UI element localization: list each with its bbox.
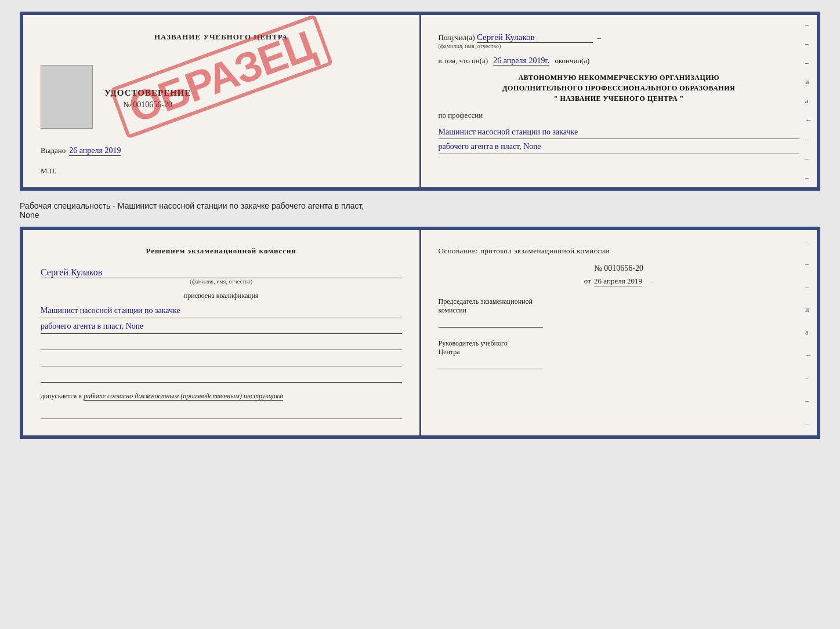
- avtonomnuyu-line2: ДОПОЛНИТЕЛЬНОГО ПРОФЕССИОНАЛЬНОГО ОБРАЗО…: [439, 83, 800, 93]
- prisvoyena-text: присвоена квалификация: [41, 292, 402, 300]
- qual-line2: рабочего агента в пласт, None: [41, 319, 402, 334]
- rukovoditel-block: Руководитель учебного Центра: [439, 339, 800, 369]
- underline-3: [41, 371, 402, 383]
- dopuskaetsya-block: допускается к работе согласно должностны…: [41, 392, 402, 401]
- familiya-hint: (фамилия, имя, отчество): [439, 43, 800, 49]
- okonchil-text: окончил(а): [555, 56, 589, 65]
- predsedatel-line2: комиссии: [439, 306, 800, 315]
- bottom-certificate: Решением экзаменационной комиссии Сергей…: [20, 227, 820, 439]
- avtonomnuyu-line1: АВТОНОМНУЮ НЕКОММЕРЧЕСКУЮ ОРГАНИЗАЦИЮ: [439, 72, 800, 83]
- info-line1: Рабочая специальность - Машинист насосно…: [20, 201, 820, 210]
- qual-line1: Машинист насосной станции по закачке: [41, 304, 402, 318]
- protokol-num: № 0010656-20: [439, 264, 800, 273]
- vtom-date: 26 апреля 2019г.: [493, 56, 549, 66]
- komissia-header: Решением экзаменационной комиссии: [41, 246, 402, 256]
- bottom-familiya-hint: (фамилия, имя, отчество): [41, 278, 402, 285]
- rukovoditel-line2: Центра: [439, 348, 800, 357]
- po-professii-text: по профессии: [439, 111, 483, 119]
- predsedatel-line1: Председатель экзаменационной: [439, 297, 800, 306]
- info-text-block: Рабочая специальность - Машинист насосно…: [20, 201, 820, 220]
- dopuskaetsya-prefix: допускается к: [41, 392, 82, 400]
- osnovanie-header: Основание: протокол экзаменационной коми…: [439, 246, 800, 256]
- underline-4: [41, 408, 402, 419]
- right-dashes: – – – и а ← – – –: [805, 15, 812, 187]
- center-name: " НАЗВАНИЕ УЧЕБНОГО ЦЕНТРА ": [439, 93, 800, 104]
- predsedatel-block: Председатель экзаменационной комиссии: [439, 297, 800, 328]
- poluchil-prefix: Получил(а): [439, 33, 475, 42]
- vydano-date: 26 апреля 2019: [69, 146, 121, 156]
- protokol-date: от 26 апреля 2019 –: [439, 277, 800, 286]
- profession-line2: рабочего агента в пласт, None: [439, 140, 800, 154]
- info-line2: None: [20, 210, 820, 220]
- udostoverenie-block: УДОСТОВЕРЕНИЕ № 0010656-20: [104, 88, 191, 110]
- vydano-line: Выдано 26 апреля 2019: [41, 146, 402, 156]
- udostoverenie-label: УДОСТОВЕРЕНИЕ: [104, 88, 191, 98]
- dopuskaetsya-text: работе согласно должностным (производств…: [84, 392, 283, 401]
- vydano-prefix: Выдано: [41, 146, 66, 155]
- rukovoditel-signature-line: [439, 359, 543, 369]
- underline-2: [41, 355, 402, 366]
- poluchil-row: Получил(а) Сергей Кулаков – (фамилия, им…: [439, 32, 800, 49]
- mp-label: М.П.: [41, 166, 402, 176]
- vtom-prefix: в том, что он(а): [439, 56, 488, 65]
- protokol-date-value: 26 апреля 2019: [594, 277, 642, 286]
- top-cert-right: Получил(а) Сергей Кулаков – (фамилия, им…: [421, 15, 817, 187]
- bottom-right-dashes: – – – и а ← – – –: [805, 230, 812, 435]
- top-cert-left: НАЗВАНИЕ УЧЕБНОГО ЦЕНТРА ОБРАЗЕЦ УДОСТОВ…: [23, 15, 421, 187]
- rukovoditel-line1: Руководитель учебного: [439, 339, 800, 348]
- photo-placeholder: [41, 65, 93, 129]
- top-certificate: НАЗВАНИЕ УЧЕБНОГО ЦЕНТРА ОБРАЗЕЦ УДОСТОВ…: [20, 12, 820, 191]
- udostoverenie-num: № 0010656-20: [104, 100, 191, 110]
- vtom-row: в том, что он(а) 26 апреля 2019г. окончи…: [439, 56, 800, 66]
- predsedatel-signature-line: [439, 317, 543, 328]
- top-cert-header: НАЗВАНИЕ УЧЕБНОГО ЦЕНТРА: [41, 32, 402, 42]
- protokol-date-prefix: от: [584, 277, 591, 285]
- bottom-cert-left: Решением экзаменационной комиссии Сергей…: [23, 230, 421, 435]
- underline-1: [41, 339, 402, 350]
- avtonomnuyu-block: АВТОНОМНУЮ НЕКОММЕРЧЕСКУЮ ОРГАНИЗАЦИЮ ДО…: [439, 72, 800, 104]
- poluchil-name: Сергей Кулаков: [477, 32, 593, 43]
- bottom-name: Сергей Кулаков: [41, 267, 402, 278]
- bottom-cert-right: Основание: протокол экзаменационной коми…: [421, 230, 817, 435]
- profession-line1: Машинист насосной станции по закачке: [439, 126, 800, 139]
- po-professii-row: по профессии: [439, 111, 800, 120]
